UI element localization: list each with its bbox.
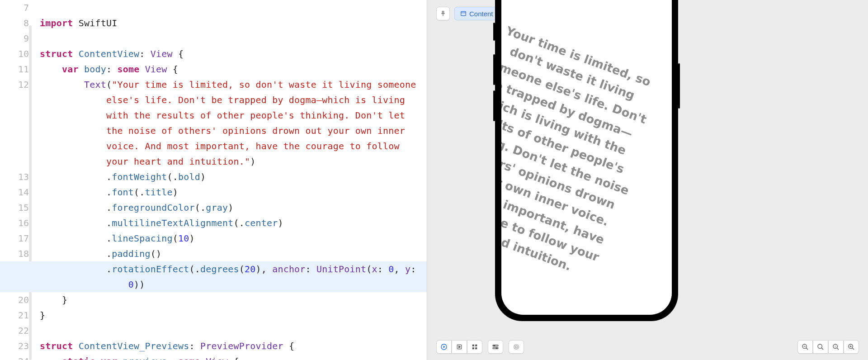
zoom-fit-button[interactable] — [813, 340, 828, 354]
token-plain: . — [40, 171, 112, 182]
line-number: 24 — [0, 354, 29, 360]
token-param: y — [405, 264, 410, 275]
circle-icon — [513, 344, 519, 350]
pin-preview-button[interactable] — [436, 7, 450, 20]
svg-rect-10 — [475, 347, 477, 349]
token-plain: : — [139, 48, 150, 59]
line-gutter: 78910111213141516171819202122232425 — [0, 0, 35, 360]
device-screen[interactable]: Your time is limited, so don't waste it … — [501, 0, 672, 315]
code-line[interactable]: } — [40, 308, 427, 323]
zoom-actual-button[interactable]: 1 — [828, 340, 844, 354]
token-member: center — [245, 218, 278, 228]
token-plain: ( — [173, 233, 178, 244]
svg-point-15 — [514, 345, 519, 350]
token-param: x — [372, 264, 377, 275]
token-plain: { — [228, 356, 239, 360]
token-plain: . — [40, 202, 112, 213]
token-member: rotationEffect — [112, 264, 189, 275]
line-number — [0, 138, 29, 154]
line-number — [0, 92, 29, 108]
code-editor[interactable]: 78910111213141516171819202122232425 impo… — [0, 0, 427, 360]
code-line[interactable]: struct ContentView: View { — [40, 46, 427, 62]
token-plain: { — [283, 341, 294, 351]
line-number: 14 — [0, 185, 29, 200]
svg-point-16 — [515, 346, 518, 348]
code-line[interactable]: the noise of others' opinions drown out … — [40, 123, 427, 138]
code-line[interactable]: .font(.title) — [40, 185, 427, 200]
token-type: View — [151, 48, 173, 59]
token-str: with the results of other people's think… — [106, 110, 405, 121]
code-line[interactable] — [40, 31, 427, 46]
code-line[interactable]: .rotationEffect(.degrees(20), anchor: Un… — [0, 261, 427, 277]
token-plain: ) — [200, 171, 206, 182]
token-kw: struct — [40, 341, 73, 351]
line-number: 22 — [0, 323, 29, 338]
token-plain — [40, 356, 62, 360]
token-plain — [73, 48, 78, 59]
live-preview-button[interactable] — [436, 340, 452, 354]
token-type: UnitPoint — [316, 264, 366, 275]
code-line[interactable]: .padding() — [40, 246, 427, 261]
code-line[interactable]: with the results of other people's think… — [40, 108, 427, 123]
code-line[interactable]: voice. And most important, have the cour… — [40, 138, 427, 154]
code-line[interactable]: your heart and intuition.") — [40, 154, 427, 169]
quote-text: Your time is limited, so don't waste it … — [501, 15, 671, 286]
selectable-preview-button[interactable] — [452, 340, 467, 354]
token-plain: { — [173, 48, 184, 59]
token-plain: . — [40, 264, 112, 275]
token-plain: . — [40, 233, 112, 244]
token-kw: import — [40, 18, 73, 28]
token-plain — [40, 64, 62, 75]
code-line[interactable]: var body: some View { — [40, 62, 427, 77]
code-line[interactable] — [40, 323, 427, 338]
line-number: 23 — [0, 338, 29, 354]
token-member: title — [145, 187, 173, 198]
token-plain: (. — [189, 264, 200, 275]
code-line[interactable]: .multilineTextAlignment(.center) — [40, 215, 427, 231]
zoom-in-button[interactable] — [844, 340, 859, 354]
token-plain: : — [377, 264, 388, 275]
pin-icon — [440, 10, 446, 17]
svg-line-18 — [806, 348, 808, 350]
device-button-voldown — [493, 90, 495, 121]
code-line[interactable]: .fontWeight(.bold) — [40, 169, 427, 185]
token-plain: ) — [189, 233, 195, 244]
token-kw: var — [62, 64, 79, 75]
token-member: body — [84, 64, 106, 75]
code-line[interactable]: struct ContentView_Previews: PreviewProv… — [40, 338, 427, 354]
token-member: padding — [112, 248, 151, 259]
svg-rect-7 — [472, 345, 474, 346]
variants-preview-button[interactable] — [467, 340, 482, 354]
line-number: 13 — [0, 169, 29, 185]
preview-issues-button[interactable] — [509, 340, 524, 354]
token-plain: : — [189, 341, 200, 351]
code-line[interactable]: static var previews: some View { — [40, 354, 427, 360]
token-num: 20 — [245, 264, 255, 275]
code-line[interactable]: import SwiftUI — [40, 15, 427, 31]
zoom-100-icon: 1 — [832, 343, 840, 351]
token-plain: ) — [173, 187, 178, 198]
code-area[interactable]: import SwiftUIstruct ContentView: View {… — [40, 0, 427, 360]
code-line[interactable] — [40, 0, 427, 15]
svg-text:1: 1 — [835, 345, 836, 348]
token-plain — [79, 64, 84, 75]
token-str: your heart and intuition." — [106, 156, 250, 167]
token-num: 10 — [178, 233, 189, 244]
zoom-controls-group: 1 — [797, 340, 859, 354]
code-line[interactable]: .lineSpacing(10) — [40, 231, 427, 246]
token-plain: } — [40, 310, 45, 321]
device-settings-button[interactable] — [488, 340, 503, 354]
code-line[interactable]: else's life. Don't be trapped by dogma—w… — [40, 92, 427, 108]
zoom-out-button[interactable] — [797, 340, 813, 354]
token-str: else's life. Don't be trapped by dogma—w… — [106, 95, 405, 105]
code-line[interactable]: .foregroundColor(.gray) — [40, 200, 427, 215]
variants-icon — [472, 344, 478, 350]
xcode-window: 78910111213141516171819202122232425 impo… — [0, 0, 868, 360]
sliders-icon — [492, 343, 499, 351]
code-line[interactable]: } — [40, 292, 427, 308]
code-line[interactable]: 0)) — [0, 277, 427, 292]
line-number: 8 — [0, 15, 29, 31]
token-kw: static — [62, 356, 95, 360]
line-number: 7 — [0, 0, 29, 15]
code-line[interactable]: Text("Your time is limited, so don't was… — [40, 77, 427, 92]
